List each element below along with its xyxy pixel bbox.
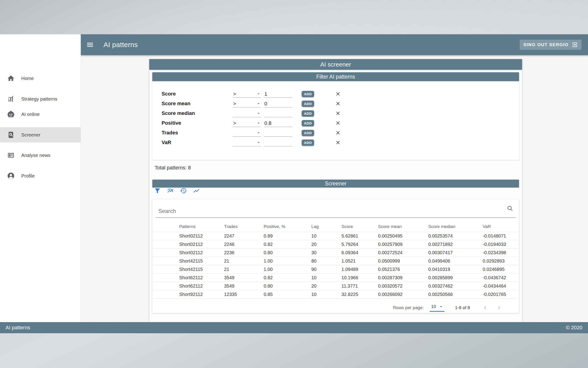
column-header-positive-: Positive, %	[264, 224, 311, 229]
history-icon[interactable]	[180, 187, 187, 194]
sidebar-item-profile[interactable]: Profile	[0, 168, 80, 184]
table-row[interactable]: Short0211222360.80306.093640.002725240.0…	[152, 249, 519, 257]
clear-filter-button[interactable]	[335, 130, 341, 136]
screener-title-bar: Screener	[152, 180, 519, 187]
menu-icon[interactable]	[86, 41, 94, 49]
strategy-patterns-icon	[7, 95, 15, 103]
caret-down-icon	[256, 91, 261, 96]
next-page-button[interactable]	[496, 304, 502, 311]
table-cell: 10	[311, 275, 342, 280]
footer: AI patterns © 2020	[0, 322, 588, 333]
page-range-label: 1-8 of 8	[455, 305, 470, 310]
table-row[interactable]: Short6211235490.821010.19660.002873090.0…	[152, 274, 519, 282]
table-cell: Short42115	[179, 258, 224, 264]
filter-value-input[interactable]: 0	[264, 100, 292, 108]
filter-value-input[interactable]	[264, 138, 292, 147]
search-input[interactable]	[156, 202, 507, 214]
filter-operator-select[interactable]: >	[233, 119, 261, 127]
column-header-score-mean: Score mean	[378, 224, 428, 229]
clear-filter-button[interactable]	[335, 110, 341, 116]
sidebar-item-analyse-news[interactable]: Analyse news	[0, 148, 80, 163]
search-icon[interactable]	[507, 205, 513, 212]
sidebar-item-ai-online[interactable]: AI online	[0, 107, 80, 122]
table-cell: 10	[311, 233, 342, 239]
table-cell: 0.85	[264, 292, 311, 297]
add-filter-button[interactable]: ADD	[302, 130, 314, 136]
table-cell: 21	[224, 258, 264, 264]
table-cell: 0.80	[264, 250, 311, 255]
sidebar-item-label: Home	[21, 76, 34, 81]
filter-card: Filter AI patterns Score>1ADDScore mean>…	[152, 72, 519, 160]
filter-value-input[interactable]: 0.8	[264, 119, 292, 127]
table-cell: 30	[311, 250, 342, 255]
caret-down-icon	[256, 120, 261, 126]
filter-operator-select[interactable]	[233, 129, 261, 137]
table-cell: -0.0434464	[483, 283, 519, 289]
clear-filter-button[interactable]	[335, 91, 341, 97]
table-cell: Short02112	[179, 233, 224, 239]
table-row[interactable]: Short92112123350.851032.82250.002660920.…	[152, 290, 519, 299]
multiline-chart-icon[interactable]	[167, 187, 174, 194]
table-card: PatternsTradesPositive, %LagScoreScore m…	[152, 199, 519, 313]
table-cell: 2246	[224, 242, 264, 247]
table-cell: 6.09364	[342, 250, 378, 255]
filter-operator-select[interactable]: >	[233, 90, 261, 98]
table-cell: Short02112	[179, 250, 224, 255]
table-cell: Short62112	[179, 275, 224, 280]
column-header-lag: Lag	[311, 224, 342, 229]
rows-per-page-value: 10	[431, 304, 436, 309]
caret-down-icon	[256, 130, 261, 135]
sidebar-item-home[interactable]: Home	[0, 71, 80, 86]
sidebar-item-label: Analyse news	[21, 153, 51, 158]
table-cell: 5.79264	[342, 242, 378, 247]
trend-line-icon[interactable]	[193, 187, 200, 194]
table-cell: 2247	[224, 233, 264, 239]
filter-title: Filter AI patterns	[316, 74, 355, 80]
pagination: Rows per page: 10 1-8 of 8	[152, 303, 519, 313]
filter-icon[interactable]	[154, 187, 161, 194]
table-cell: 0.00257909	[378, 242, 428, 247]
add-filter-button[interactable]: ADD	[302, 101, 314, 107]
table-row[interactable]: Short42115211.00901.094890.05213760.0410…	[152, 265, 519, 274]
add-filter-button[interactable]: ADD	[302, 120, 314, 126]
clear-filter-button[interactable]	[335, 120, 341, 126]
add-filter-button[interactable]: ADD	[302, 110, 314, 117]
table-cell: 0.80	[264, 283, 311, 289]
table-cell: 0.00327462	[428, 283, 483, 289]
filter-row-trades: TradesADD	[152, 128, 519, 138]
table-cell: 0.00285899	[428, 275, 483, 280]
filter-value-input[interactable]: 1	[264, 90, 292, 98]
filter-value-input[interactable]	[264, 129, 292, 137]
clear-filter-button[interactable]	[335, 101, 341, 107]
add-filter-button[interactable]: ADD	[302, 139, 314, 146]
table-row[interactable]: Short6211235490.802011.37710.003205720.0…	[152, 282, 519, 290]
table-cell: Short92112	[179, 292, 224, 297]
sidebar-item-screener[interactable]: Screener	[0, 127, 80, 143]
table-cell: 20	[311, 242, 342, 247]
previous-page-button[interactable]	[482, 304, 488, 311]
table-cell: 0.00266092	[378, 292, 428, 297]
table-cell: 80	[311, 258, 342, 264]
table-cell: 0.82	[264, 242, 311, 247]
add-filter-button[interactable]: ADD	[302, 91, 314, 97]
filter-operator-select[interactable]	[233, 138, 261, 147]
filter-operator-select[interactable]: >	[233, 100, 261, 108]
home-icon	[7, 74, 15, 82]
app-header: AI patterns SING OUT SERGIO	[80, 34, 588, 55]
sidebar-item-strategy-patterns[interactable]: Strategy patterns	[0, 91, 80, 107]
footer-copyright: © 2020	[566, 325, 582, 331]
ai-screener-panel: AI screener Filter AI patterns Score>1AD…	[149, 59, 522, 322]
table-row[interactable]: Short0211222470.89105.628610.002504950.0…	[152, 232, 519, 240]
filter-value: 0.8	[264, 121, 272, 126]
rows-per-page-select[interactable]: 10	[430, 304, 444, 312]
sign-out-button[interactable]: SING OUT SERGIO	[520, 40, 581, 50]
filter-value-input[interactable]	[264, 109, 292, 117]
table-cell: 0.0410319	[428, 267, 483, 272]
clear-filter-button[interactable]	[335, 139, 341, 146]
screen: HomeStrategy patternsAI onlineScreenerAn…	[0, 0, 588, 368]
table-cell: 3549	[224, 275, 264, 280]
table-row[interactable]: Short0211222460.82205.792640.002579090.0…	[152, 240, 519, 249]
filter-operator-select[interactable]	[233, 109, 261, 117]
table-cell: -0.0436742	[483, 275, 519, 280]
table-row[interactable]: Short42115211.00801.05210.05009990.04994…	[152, 257, 519, 265]
